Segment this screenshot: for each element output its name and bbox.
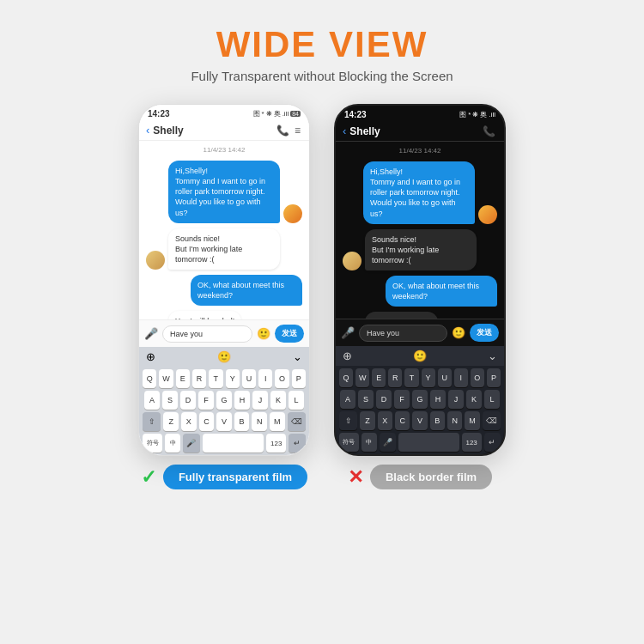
- kb-row-4-right: 符号 中 🎤 123 ↵: [339, 433, 501, 452]
- mic-icon-left[interactable]: 🎤: [144, 327, 158, 340]
- key-rZ[interactable]: Z: [360, 411, 374, 430]
- key-G[interactable]: G: [216, 391, 232, 410]
- key-J[interactable]: J: [252, 391, 268, 410]
- key-O[interactable]: O: [275, 369, 289, 388]
- key-rY[interactable]: Y: [422, 368, 435, 387]
- key-rG[interactable]: G: [412, 390, 428, 409]
- key-rnum[interactable]: 123: [462, 433, 482, 452]
- key-rsymbol[interactable]: 符号: [339, 433, 359, 452]
- key-F[interactable]: F: [198, 391, 214, 410]
- input-box-right[interactable]: Have you: [359, 325, 447, 342]
- key-rU[interactable]: U: [438, 368, 452, 387]
- phone-icon-right[interactable]: 📞: [483, 125, 495, 137]
- key-rW[interactable]: W: [355, 368, 369, 387]
- phone-icon-left[interactable]: 📞: [276, 125, 289, 137]
- key-rE[interactable]: E: [372, 368, 386, 387]
- key-D[interactable]: D: [180, 391, 196, 410]
- key-V[interactable]: V: [216, 412, 232, 431]
- phone-right-wrapper: 14:23 图 * ❋ 奥 .ill ‹ Shelly: [334, 104, 506, 489]
- key-rJ[interactable]: J: [448, 390, 464, 409]
- key-rspace[interactable]: [398, 433, 459, 452]
- kb-tool-2[interactable]: 🙂: [217, 350, 231, 363]
- key-rQ[interactable]: Q: [339, 368, 353, 387]
- key-rX[interactable]: X: [378, 411, 392, 430]
- kb-tool-r3[interactable]: ⌄: [488, 349, 497, 362]
- key-rS[interactable]: S: [358, 390, 374, 409]
- key-lang[interactable]: 中: [165, 434, 180, 453]
- key-rA[interactable]: A: [340, 390, 355, 409]
- chat-body-right: 11/4/23 14:42 Hi,Shelly!Tommy and I want…: [336, 142, 504, 319]
- key-I[interactable]: I: [258, 369, 272, 388]
- time-right: 14:23: [344, 110, 367, 119]
- key-backspace[interactable]: ⌫: [288, 412, 306, 431]
- key-W[interactable]: W: [159, 369, 173, 388]
- key-rD[interactable]: D: [376, 390, 392, 409]
- key-symbol[interactable]: 符号: [143, 434, 162, 453]
- key-rlang[interactable]: 中: [361, 433, 377, 452]
- menu-icon-left[interactable]: ≡: [295, 125, 301, 137]
- msg-sent-r2: OK, what about meet this weekend?: [343, 276, 497, 307]
- emoji-icon-right[interactable]: 🙂: [452, 326, 465, 339]
- mic-icon-right[interactable]: 🎤: [341, 326, 355, 339]
- key-rN[interactable]: N: [447, 411, 462, 430]
- key-space[interactable]: [203, 434, 264, 453]
- avatar-sent-1: [283, 204, 302, 223]
- key-rO[interactable]: O: [471, 368, 484, 387]
- key-S[interactable]: S: [162, 391, 178, 410]
- kb-row-2-right: A S D F G H J K L: [339, 390, 501, 409]
- key-B[interactable]: B: [234, 412, 250, 431]
- key-renter[interactable]: ↵: [484, 433, 501, 452]
- input-box-left[interactable]: Have you: [162, 325, 252, 343]
- key-Y[interactable]: Y: [226, 369, 240, 388]
- emoji-icon-left[interactable]: 🙂: [257, 327, 270, 340]
- kb-row-3-right: ⇧ Z X C V B N M ⌫: [339, 411, 501, 430]
- key-H[interactable]: H: [234, 391, 250, 410]
- key-rT[interactable]: T: [404, 368, 418, 387]
- key-rM[interactable]: M: [465, 411, 479, 430]
- send-button-left[interactable]: 发送: [275, 325, 304, 343]
- kb-tool-3[interactable]: ⌄: [293, 350, 302, 363]
- key-rV[interactable]: V: [412, 411, 427, 430]
- key-rP[interactable]: P: [487, 368, 501, 387]
- key-rmic[interactable]: 🎤: [380, 433, 396, 452]
- key-E[interactable]: E: [176, 369, 190, 388]
- back-arrow-left[interactable]: ‹: [146, 124, 149, 137]
- date-label-right: 11/4/23 14:42: [343, 147, 497, 155]
- back-arrow-right[interactable]: ‹: [343, 125, 346, 137]
- key-Q[interactable]: Q: [143, 369, 156, 388]
- kb-tool-r2[interactable]: 🙂: [413, 349, 427, 362]
- key-rI[interactable]: I: [454, 368, 468, 387]
- send-button-right[interactable]: 发送: [470, 324, 499, 342]
- key-T[interactable]: T: [209, 369, 222, 388]
- key-enter[interactable]: ↵: [289, 434, 306, 453]
- key-U[interactable]: U: [242, 369, 256, 388]
- key-rC[interactable]: C: [395, 411, 410, 430]
- key-rH[interactable]: H: [430, 390, 446, 409]
- key-rK[interactable]: K: [466, 390, 482, 409]
- key-K[interactable]: K: [270, 391, 286, 410]
- kb-tool-r1[interactable]: ⊕: [343, 349, 352, 362]
- key-N[interactable]: N: [252, 412, 267, 431]
- key-rR[interactable]: R: [388, 368, 402, 387]
- key-C[interactable]: C: [199, 412, 215, 431]
- key-P[interactable]: P: [292, 369, 306, 388]
- key-rF[interactable]: F: [394, 390, 410, 409]
- key-M[interactable]: M: [270, 412, 285, 431]
- key-R[interactable]: R: [192, 369, 206, 388]
- msg-sent-1: Hi,Shelly!Tommy and I want to go in roll…: [146, 161, 302, 223]
- key-shift[interactable]: ⇧: [143, 412, 161, 431]
- key-Z[interactable]: Z: [163, 412, 179, 431]
- messages-right: 11/4/23 14:42 Hi,Shelly!Tommy and I want…: [336, 142, 504, 319]
- key-rbackspace[interactable]: ⌫: [483, 411, 501, 430]
- kb-tool-1[interactable]: ⊕: [146, 350, 155, 363]
- key-mic[interactable]: 🎤: [183, 434, 200, 453]
- key-rB[interactable]: B: [430, 411, 445, 430]
- key-L[interactable]: L: [289, 391, 304, 410]
- key-num[interactable]: 123: [266, 434, 286, 453]
- bubble-received-r2: Yes,I will be glad!I'll call you later: [365, 312, 438, 319]
- key-A[interactable]: A: [144, 391, 160, 410]
- key-X[interactable]: X: [181, 412, 197, 431]
- key-rshift[interactable]: ⇧: [339, 411, 357, 430]
- key-rL[interactable]: L: [484, 390, 500, 409]
- kb-row-1-right: Q W E R T Y U I O P: [339, 368, 501, 387]
